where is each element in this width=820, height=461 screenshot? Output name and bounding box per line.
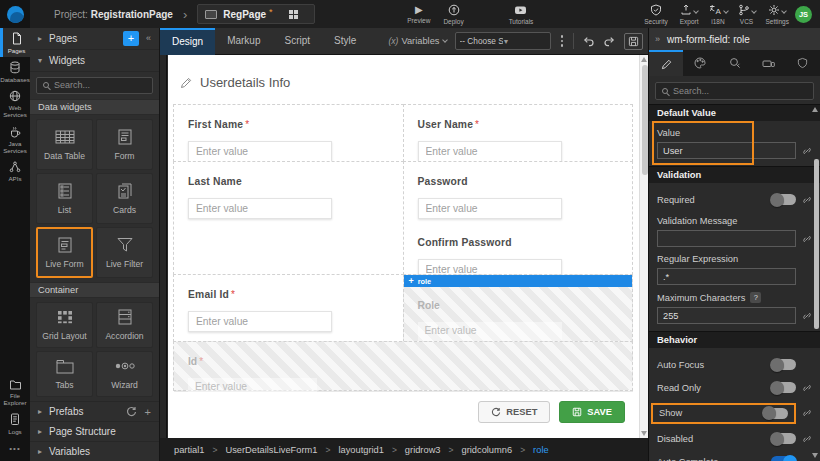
field-email[interactable]: Email Id* (173, 274, 404, 342)
role-selection-bar[interactable]: + role (404, 275, 633, 287)
variables-dropdown[interactable]: (x) Variables (389, 36, 447, 46)
tab-style[interactable]: Style (322, 28, 368, 55)
bind-link-icon[interactable] (802, 195, 812, 205)
first-name-input[interactable] (188, 141, 332, 162)
screen-size-select[interactable]: -- Choose Screen Size -- ▼ (455, 32, 551, 50)
breadcrumb-layoutgrid1[interactable]: layoutgrid1 (338, 445, 383, 455)
form-title[interactable]: Userdetails Info (168, 55, 639, 90)
tab-search-properties[interactable] (717, 50, 751, 76)
tab-security[interactable] (786, 50, 820, 76)
add-page-button[interactable]: + (123, 31, 139, 46)
breadcrumb-gridrow3[interactable]: gridrow3 (405, 445, 441, 455)
app-logo[interactable] (0, 0, 30, 28)
last-name-input[interactable] (188, 198, 332, 219)
i18n-button[interactable]: A i18N (709, 4, 728, 25)
help-icon[interactable]: ? (750, 292, 761, 303)
vcs-button[interactable]: VCS (738, 4, 756, 25)
widget-search-input[interactable]: Search... (36, 77, 153, 94)
password-input[interactable] (418, 198, 562, 219)
rail-item-logs[interactable]: Logs (0, 409, 30, 438)
page-canvas[interactable]: Userdetails Info First Name* User Name* … (168, 55, 639, 438)
export-button[interactable]: Export (680, 4, 699, 25)
read-only-toggle[interactable] (771, 382, 796, 393)
page-structure-section-header[interactable]: ▸ Page Structure (30, 421, 159, 441)
required-toggle[interactable] (771, 194, 796, 205)
widget-grid-layout[interactable]: Grid Layout (36, 302, 93, 348)
widget-live-filter[interactable]: Live Filter (96, 227, 153, 278)
rail-item-java-services[interactable]: Java Services (0, 122, 30, 157)
field-first-name[interactable]: First Name* (173, 104, 404, 162)
security-button[interactable]: Security (644, 4, 667, 25)
tab-styles[interactable] (683, 50, 717, 76)
value-input[interactable] (657, 142, 796, 159)
redo-button[interactable] (603, 35, 616, 48)
scroll-down-icon[interactable] (812, 453, 818, 458)
rail-item-databases[interactable]: Databases (0, 57, 30, 86)
scroll-thumb[interactable] (814, 159, 819, 329)
rail-item-apis[interactable]: APIs (0, 157, 30, 185)
tab-script[interactable]: Script (273, 28, 323, 55)
widget-data-table[interactable]: Data Table (36, 119, 93, 170)
settings-button[interactable]: Settings (766, 4, 790, 25)
widget-list[interactable]: List (36, 173, 93, 224)
breadcrumb-partial1[interactable]: partial1 (174, 445, 205, 455)
widget-form[interactable]: Form (96, 119, 153, 170)
tutorials-button[interactable]: Tutorials (509, 4, 534, 25)
variables-section-header[interactable]: ▸ Variables (30, 441, 159, 461)
tab-devices[interactable] (752, 50, 786, 76)
widgets-section-header[interactable]: ▾ Widgets (30, 50, 159, 72)
field-last-name[interactable]: Last Name (173, 161, 404, 275)
field-role-selected[interactable]: + role Role Enter value (403, 274, 634, 342)
regex-input[interactable] (657, 268, 796, 285)
tab-properties[interactable] (649, 50, 683, 76)
disabled-toggle[interactable] (771, 433, 796, 444)
canvas-scrollbar[interactable] (639, 55, 648, 438)
deploy-button[interactable]: Deploy (443, 4, 463, 25)
collapse-panel-icon[interactable]: « (146, 33, 151, 43)
rail-item-pages[interactable]: Pages (0, 28, 30, 57)
pages-grid-icon[interactable] (289, 10, 298, 19)
preview-button[interactable]: ▶ Preview (407, 4, 430, 24)
add-prefab-button[interactable]: + (145, 407, 151, 417)
id-input[interactable]: Enter value (188, 378, 317, 399)
widget-cards[interactable]: Cards (96, 173, 153, 224)
user-avatar[interactable]: JS (795, 6, 812, 23)
more-options-icon[interactable] (559, 35, 566, 47)
auto-complete-toggle[interactable] (771, 456, 796, 461)
breadcrumb-role[interactable]: role (533, 445, 549, 455)
user-name-input[interactable] (418, 141, 562, 162)
widget-wizard[interactable]: Wizard (96, 351, 153, 397)
breadcrumb-gridcolumn6[interactable]: gridcolumn6 (461, 445, 512, 455)
validation-message-input[interactable] (657, 230, 796, 247)
scroll-up-icon[interactable] (641, 57, 647, 62)
undo-button[interactable] (582, 35, 595, 48)
pages-section-header[interactable]: ▸ Pages + « (30, 28, 159, 50)
page-tab-regpage[interactable]: RegPage * (197, 4, 315, 24)
tab-markup[interactable]: Markup (215, 28, 272, 55)
reset-button[interactable]: RESET (478, 401, 550, 423)
bind-link-icon[interactable] (802, 383, 812, 393)
bind-link-icon[interactable] (802, 234, 812, 244)
tab-design[interactable]: Design (160, 28, 215, 55)
properties-search-input[interactable]: Search... (655, 82, 814, 100)
auto-focus-toggle[interactable] (771, 359, 796, 370)
widget-accordion[interactable]: Accordion (96, 302, 153, 348)
field-id-hidden[interactable]: Id* Enter value (173, 341, 633, 391)
bind-link-icon[interactable] (802, 408, 812, 418)
field-user-name[interactable]: User Name* (403, 104, 634, 162)
role-input[interactable]: Enter value (418, 322, 562, 343)
rail-item-web-services[interactable]: Web Services (0, 86, 30, 121)
prefabs-section-header[interactable]: ▸ Prefabs + (30, 401, 159, 421)
max-chars-input[interactable] (657, 307, 796, 324)
scroll-thumb[interactable] (642, 65, 648, 175)
save-page-button[interactable] (624, 33, 643, 50)
bind-link-icon[interactable] (802, 146, 812, 156)
rail-item-file-explorer[interactable]: File Explorer (0, 375, 30, 409)
collapse-panel-icon[interactable]: » (655, 34, 660, 44)
field-password-group[interactable]: Password Confirm Password (403, 161, 634, 275)
scroll-up-icon[interactable] (812, 107, 818, 112)
email-input[interactable] (188, 311, 332, 332)
show-toggle[interactable] (763, 408, 788, 419)
widget-tabs[interactable]: Tabs (36, 351, 93, 397)
rail-more-button[interactable]: ••• (0, 438, 30, 461)
